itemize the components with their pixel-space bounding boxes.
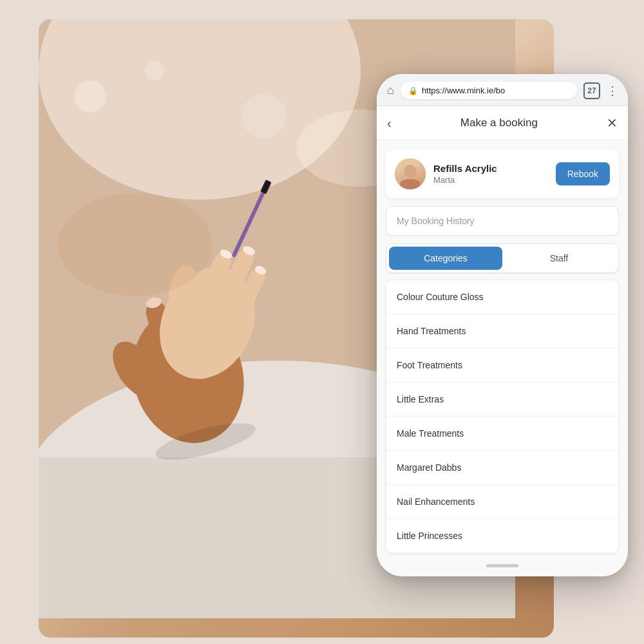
booking-history-field[interactable]: My Booking History bbox=[386, 206, 619, 236]
svg-point-25 bbox=[58, 193, 213, 296]
category-item[interactable]: Hand Treatments bbox=[386, 314, 618, 348]
back-button[interactable]: ‹ bbox=[387, 116, 392, 131]
browser-menu-icon[interactable]: ⋮ bbox=[607, 84, 618, 98]
lock-icon: 🔒 bbox=[408, 86, 418, 95]
close-button[interactable]: ✕ bbox=[607, 115, 618, 131]
app-content: ‹ Make a booking ✕ Refills Acrylic Marta… bbox=[377, 106, 628, 576]
category-item[interactable]: Nail Enhancements bbox=[386, 485, 618, 519]
rebook-button[interactable]: Rebook bbox=[556, 162, 610, 185]
category-item[interactable]: Margaret Dabbs bbox=[386, 451, 618, 485]
browser-chrome: ⌂ 🔒 https://www.mink.ie/bo 27 ⋮ bbox=[377, 74, 628, 106]
tab-staff[interactable]: Staff bbox=[502, 247, 616, 270]
browser-url-bar[interactable]: 🔒 https://www.mink.ie/bo bbox=[401, 82, 577, 99]
app-header: ‹ Make a booking ✕ bbox=[377, 106, 628, 140]
tab-switcher: Categories Staff bbox=[386, 243, 619, 273]
phone-mockup: ⌂ 🔒 https://www.mink.ie/bo 27 ⋮ ‹ Make a… bbox=[377, 74, 628, 576]
category-item[interactable]: Little Princesses bbox=[386, 519, 618, 553]
category-list: Colour Couture GlossHand TreatmentsFoot … bbox=[386, 279, 619, 553]
svg-point-29 bbox=[242, 93, 287, 138]
category-item[interactable]: Male Treatments bbox=[386, 417, 618, 451]
rebook-staff-name: Marta bbox=[433, 175, 548, 185]
browser-tab-count[interactable]: 27 bbox=[583, 82, 600, 99]
avatar-image bbox=[395, 158, 426, 189]
page-title: Make a booking bbox=[460, 117, 538, 129]
rebook-service-name: Refills Acrylic bbox=[433, 163, 548, 174]
rebook-card: Refills Acrylic Marta Rebook bbox=[386, 149, 619, 198]
svg-point-28 bbox=[145, 61, 164, 80]
home-indicator bbox=[486, 564, 518, 567]
category-item[interactable]: Foot Treatments bbox=[386, 348, 618, 383]
avatar bbox=[395, 158, 426, 189]
category-item[interactable]: Little Extras bbox=[386, 383, 618, 417]
tab-categories[interactable]: Categories bbox=[389, 247, 502, 270]
browser-home-icon[interactable]: ⌂ bbox=[387, 84, 394, 97]
category-item[interactable]: Colour Couture Gloss bbox=[386, 280, 618, 314]
rebook-info: Refills Acrylic Marta bbox=[433, 163, 548, 185]
svg-point-27 bbox=[74, 80, 106, 113]
url-text: https://www.mink.ie/bo bbox=[422, 86, 505, 95]
booking-history-label: My Booking History bbox=[397, 216, 475, 226]
